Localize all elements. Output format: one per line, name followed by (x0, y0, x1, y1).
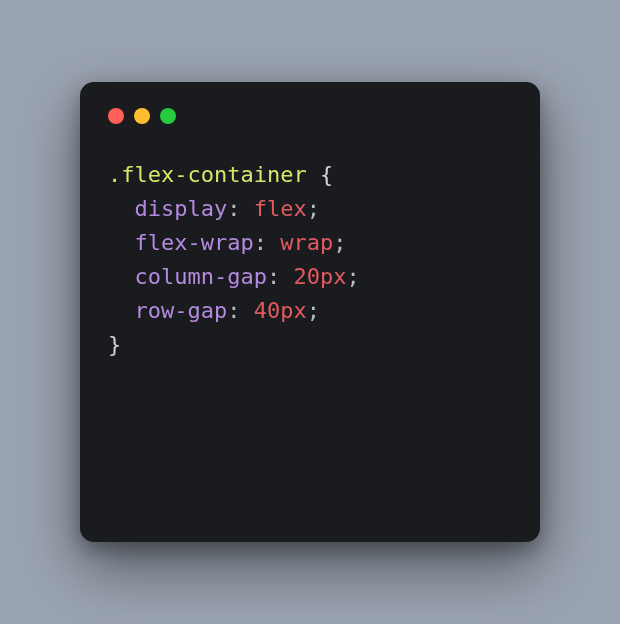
css-value: flex (254, 196, 307, 221)
open-brace: { (320, 162, 333, 187)
css-property: row-gap (134, 298, 227, 323)
css-value: 40px (254, 298, 307, 323)
close-brace: } (108, 332, 121, 357)
traffic-lights (108, 108, 512, 124)
colon: : (227, 298, 240, 323)
css-property: column-gap (134, 264, 266, 289)
colon: : (227, 196, 240, 221)
css-value: 20px (293, 264, 346, 289)
code-window: .flex-container { display: flex; flex-wr… (80, 82, 540, 542)
colon: : (267, 264, 280, 289)
semicolon: ; (307, 196, 320, 221)
css-property: display (134, 196, 227, 221)
colon: : (254, 230, 267, 255)
minimize-icon[interactable] (134, 108, 150, 124)
css-selector: .flex-container (108, 162, 307, 187)
space (267, 230, 280, 255)
space (307, 162, 320, 187)
maximize-icon[interactable] (160, 108, 176, 124)
close-icon[interactable] (108, 108, 124, 124)
semicolon: ; (333, 230, 346, 255)
css-property: flex-wrap (134, 230, 253, 255)
semicolon: ; (346, 264, 359, 289)
css-value: wrap (280, 230, 333, 255)
space (280, 264, 293, 289)
semicolon: ; (307, 298, 320, 323)
space (240, 196, 253, 221)
code-block: .flex-container { display: flex; flex-wr… (108, 158, 512, 363)
space (240, 298, 253, 323)
